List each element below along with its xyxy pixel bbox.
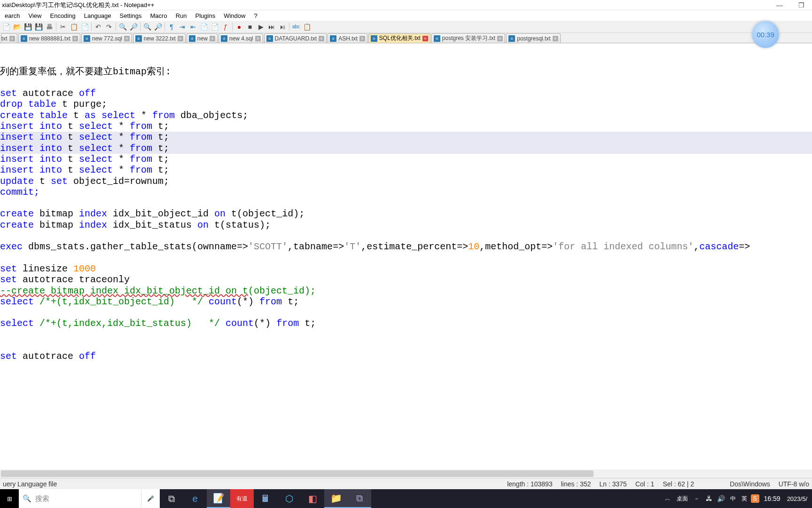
network-icon[interactable]: 🖧 (704, 489, 714, 508)
edge-icon[interactable]: e (183, 489, 207, 508)
menu-window[interactable]: Window (220, 11, 249, 20)
close-icon[interactable]: × (210, 36, 215, 41)
close-icon[interactable]: × (255, 36, 261, 41)
cut-icon[interactable]: ✂ (58, 22, 68, 32)
tray-app-icon[interactable]: ▫▫ (692, 489, 702, 508)
doc-icon[interactable]: 📄 (199, 22, 209, 32)
ime-input[interactable]: 英 (740, 495, 749, 503)
close-icon[interactable]: × (178, 36, 183, 41)
undo-icon[interactable]: ↶ (93, 22, 103, 32)
copy-icon[interactable]: 📋 (69, 22, 79, 32)
menu-search[interactable]: earch (1, 11, 24, 20)
date[interactable]: 2023/5/ (785, 495, 809, 502)
task-icons: ⧉ e 📝 有道 🖩 ⬡ ◧ 📁 ⧉ (160, 489, 371, 508)
close-icon[interactable]: × (422, 36, 428, 41)
close-icon[interactable]: × (319, 36, 324, 41)
ime-indicator[interactable]: 中 (728, 495, 738, 503)
tab-txt[interactable]: txt× (1, 33, 17, 43)
code-content[interactable]: 列的重复率低，就不要建立bitmap索引: set autotrace off … (0, 43, 812, 362)
status-encoding: UTF-8 w/o (779, 480, 809, 488)
volume-icon[interactable]: 🔊 (716, 489, 726, 508)
outdent-icon[interactable]: ⇤ (188, 22, 198, 32)
app-icon[interactable]: ◧ (301, 489, 324, 508)
menu-view[interactable]: View (25, 11, 46, 20)
scrollbar-thumb[interactable] (1, 470, 593, 477)
tab-dataguard[interactable]: ≡DATAGUARD.txt× (264, 33, 327, 43)
maximize-button[interactable]: ❐ (790, 0, 812, 10)
youdao-icon[interactable]: 有道 (230, 489, 254, 508)
horizontal-scrollbar[interactable] (0, 469, 812, 478)
minimize-button[interactable]: — (769, 0, 790, 10)
cortana-mic-icon[interactable]: 🎤 (141, 489, 160, 508)
taskbar-search[interactable]: 🔍 搜索 (19, 489, 141, 508)
start-button[interactable]: ⊞ (0, 489, 19, 508)
tab-new-8888881[interactable]: ≡new 8888881.txt× (18, 33, 80, 43)
tab-sql-optimize[interactable]: ≡SQL优化相关.txt× (368, 33, 430, 43)
app-icon[interactable]: ⧉ (348, 489, 371, 508)
tab-new-3222[interactable]: ≡new 3222.txt× (133, 33, 186, 43)
toolbar-sep (140, 23, 141, 31)
doc-icon[interactable]: 📄 (210, 22, 220, 32)
indent-icon[interactable]: ⇥ (177, 22, 187, 32)
find-icon[interactable]: 🔍 (117, 22, 128, 32)
file-icon: ≡ (221, 35, 227, 42)
close-icon[interactable]: × (359, 36, 365, 41)
close-icon[interactable]: × (553, 36, 558, 41)
play-icon[interactable]: ▶ (256, 22, 266, 32)
zoom-out-icon[interactable]: 🔎 (153, 22, 163, 32)
tab-postgresql[interactable]: ≡postgresql.txt× (506, 33, 560, 43)
spellcheck-icon[interactable]: abc (291, 22, 301, 32)
search-icon: 🔍 (23, 494, 31, 503)
menu-macro[interactable]: Macro (147, 11, 171, 20)
status-lines: lines : 352 (561, 480, 591, 488)
stop-icon[interactable]: ■ (245, 22, 255, 32)
wrap-icon[interactable]: ¶ (166, 22, 177, 32)
record-icon[interactable]: ● (234, 22, 244, 32)
notepadpp-icon[interactable]: 📝 (207, 489, 230, 508)
tray-expand-icon[interactable]: ︿ (663, 489, 673, 508)
tab-ash[interactable]: ≡ASH.txt× (328, 33, 367, 43)
tray-desktop[interactable]: 桌面 (675, 495, 690, 503)
menu-encoding[interactable]: Encoding (46, 11, 79, 20)
tab-new-772[interactable]: ≡new 772.sql× (81, 33, 132, 43)
close-icon[interactable]: × (497, 36, 503, 41)
file-icon: ≡ (330, 35, 336, 42)
menu-help[interactable]: ? (250, 11, 261, 20)
play-next-icon[interactable]: ⏭ (266, 22, 277, 32)
tab-label: postgres 安装学习.txt (442, 34, 495, 42)
status-right: length : 103893 lines : 352 Ln : 3375 Co… (507, 480, 809, 488)
taskview-icon[interactable]: ⧉ (160, 489, 183, 508)
tab-new[interactable]: ≡new× (187, 33, 218, 43)
calculator-icon[interactable]: 🖩 (254, 489, 277, 508)
print-icon[interactable]: 🖶 (44, 22, 55, 32)
tab-postgres-install[interactable]: ≡postgres 安装学习.txt× (431, 33, 505, 43)
open-file-icon[interactable]: 📂 (12, 22, 22, 32)
func-icon[interactable]: ƒ (220, 22, 231, 32)
save-macro-icon[interactable]: ⏯ (277, 22, 288, 32)
save-all-icon[interactable]: 💾 (33, 22, 44, 32)
sogou-icon[interactable]: S (751, 494, 759, 503)
editor-area[interactable]: 列的重复率低，就不要建立bitmap索引: set autotrace off … (0, 43, 812, 478)
tab-new-4[interactable]: ≡new 4.sql× (219, 33, 263, 43)
redo-icon[interactable]: ↷ (104, 22, 114, 32)
menu-plugins[interactable]: Plugins (192, 11, 219, 20)
menu-language[interactable]: Language (80, 11, 115, 20)
status-col: Col : 1 (635, 480, 654, 488)
timer-badge[interactable]: 00:39 (752, 21, 779, 48)
new-file-icon[interactable]: 📄 (1, 22, 11, 32)
close-icon[interactable]: × (124, 36, 130, 41)
menu-settings[interactable]: Settings (116, 11, 146, 20)
clock[interactable]: 16:59 (761, 495, 783, 502)
save-icon[interactable]: 💾 (23, 22, 33, 32)
zoom-in-icon[interactable]: 🔍 (142, 22, 152, 32)
tab-label: new (197, 35, 208, 42)
explorer-icon[interactable]: 📁 (324, 489, 348, 508)
virtualbox-icon[interactable]: ⬡ (277, 489, 301, 508)
replace-icon[interactable]: 🔎 (128, 22, 139, 32)
doc-map-icon[interactable]: 📋 (302, 22, 312, 32)
menu-run[interactable]: Run (172, 11, 191, 20)
system-tray: ︿ 桌面 ▫▫ 🖧 🔊 中 英 S 16:59 2023/5/ (663, 489, 812, 508)
close-icon[interactable]: × (9, 36, 15, 41)
close-icon[interactable]: × (72, 36, 78, 41)
paste-icon[interactable]: 📄 (79, 22, 90, 32)
